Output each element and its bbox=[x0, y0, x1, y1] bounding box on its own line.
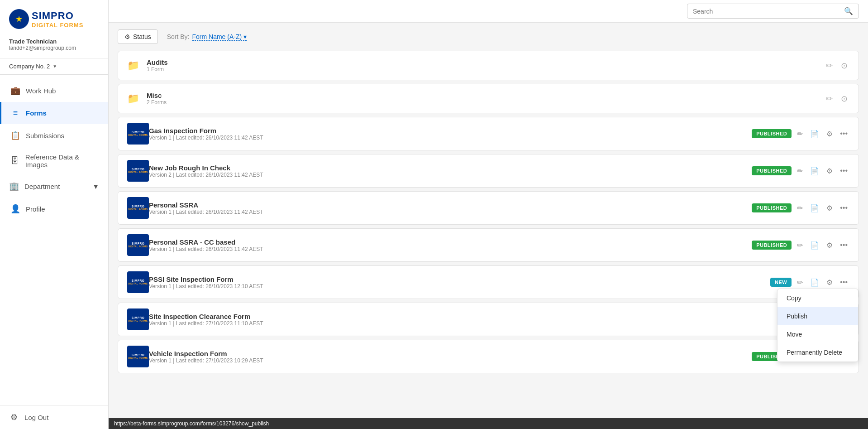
submissions-icon: 📋 bbox=[10, 130, 20, 140]
form-info: PSSI Site Inspection Form Version 1 | La… bbox=[149, 275, 770, 289]
more-options-button[interactable]: ••• bbox=[838, 276, 849, 288]
form-logo: SIMPRO DIGITAL FORMS bbox=[127, 160, 149, 182]
form-row-site-inspection-clearance: SIMPRO DIGITAL FORMS Site Inspection Cle… bbox=[118, 303, 859, 336]
status-badge: PUBLISHED bbox=[752, 203, 792, 212]
more-options-button[interactable]: ••• bbox=[838, 165, 849, 177]
form-actions: PUBLISHED ✏ 📄 ⚙ ••• bbox=[752, 165, 849, 177]
folder-count: 1 Form bbox=[147, 66, 168, 72]
form-meta: Version 1 | Last edited: 26/10/2023 11:4… bbox=[149, 135, 752, 141]
preview-form-button[interactable]: 📄 bbox=[808, 276, 821, 289]
sidebar-item-submissions[interactable]: 📋 Submissions bbox=[0, 124, 108, 147]
settings-form-button[interactable]: ⚙ bbox=[825, 276, 835, 289]
dropdown-move[interactable]: Move bbox=[777, 325, 858, 343]
chevron-down-icon: ▼ bbox=[92, 183, 99, 190]
logo-simpro: SIMPRO bbox=[32, 10, 83, 22]
sidebar-item-label: Profile bbox=[26, 205, 45, 213]
sort-by-label: Sort By: bbox=[167, 33, 190, 40]
sidebar-item-forms[interactable]: ≡ Forms bbox=[0, 102, 108, 124]
edit-form-button[interactable]: ✏ bbox=[795, 165, 805, 177]
form-actions: PUBLISHED ✏ 📄 ⚙ ••• bbox=[752, 239, 849, 251]
dropdown-publish[interactable]: Publish bbox=[777, 307, 858, 325]
form-info: New Job Rough In Check Version 2 | Last … bbox=[149, 164, 752, 178]
edit-form-button[interactable]: ✏ bbox=[795, 128, 805, 140]
form-logo: SIMPRO DIGITAL FORMS bbox=[127, 271, 149, 293]
form-logo: SIMPRO DIGITAL FORMS bbox=[127, 346, 149, 367]
logo-text: SIMPRO DIGITAL FORMS bbox=[32, 10, 83, 29]
edit-form-button[interactable]: ✏ bbox=[795, 202, 805, 214]
folder-more-button[interactable]: ⊙ bbox=[839, 93, 849, 105]
sidebar-item-profile[interactable]: 👤 Profile bbox=[0, 198, 108, 220]
forms-icon: ≡ bbox=[10, 108, 20, 118]
form-name: Personal SSRA - CC based bbox=[149, 238, 752, 246]
edit-form-button[interactable]: ✏ bbox=[795, 276, 805, 289]
form-row-gas-inspection: SIMPRO DIGITAL FORMS Gas Inspection Form… bbox=[118, 117, 859, 150]
preview-form-button[interactable]: 📄 bbox=[808, 128, 821, 140]
dropdown-permanently-delete[interactable]: Permanently Delete bbox=[777, 343, 858, 362]
settings-form-button[interactable]: ⚙ bbox=[825, 202, 835, 214]
form-logo: SIMPRO DIGITAL FORMS bbox=[127, 123, 149, 145]
sidebar: SIMPRO DIGITAL FORMS Trade Technician la… bbox=[0, 0, 109, 429]
status-badge: NEW bbox=[770, 278, 792, 287]
dropdown-copy[interactable]: Copy bbox=[777, 289, 858, 307]
preview-form-button[interactable]: 📄 bbox=[808, 239, 821, 251]
work-hub-icon: 💼 bbox=[10, 86, 20, 96]
preview-form-button[interactable]: 📄 bbox=[808, 165, 821, 177]
form-name: New Job Rough In Check bbox=[149, 164, 752, 172]
status-badge: PUBLISHED bbox=[752, 129, 792, 138]
logout-label: Log Out bbox=[24, 414, 48, 421]
folder-count: 2 Forms bbox=[147, 99, 167, 106]
sidebar-item-label: Department bbox=[24, 183, 60, 190]
user-info: Trade Technician landd+2@simprogroup.com bbox=[0, 34, 108, 58]
settings-form-button[interactable]: ⚙ bbox=[825, 165, 835, 177]
form-info: Site Inspection Clearance Form Version 1… bbox=[149, 313, 795, 327]
form-info: Vehicle Inspection Form Version 1 | Last… bbox=[149, 350, 752, 364]
sidebar-item-label: Work Hub bbox=[26, 87, 56, 95]
more-options-button[interactable]: ••• bbox=[838, 202, 849, 214]
preview-form-button[interactable]: 📄 bbox=[808, 202, 821, 214]
folder-info: Misc 2 Forms bbox=[147, 92, 167, 106]
more-options-button[interactable]: ••• bbox=[838, 128, 849, 140]
folder-audits: 📁 Audits 1 Form ✏ ⊙ bbox=[118, 51, 859, 80]
folder-edit-button[interactable]: ✏ bbox=[824, 93, 835, 105]
status-filter-button[interactable]: ⚙ Status bbox=[118, 29, 158, 44]
folder-icon: 📁 bbox=[127, 93, 139, 105]
form-meta: Version 1 | Last edited: 26/10/2023 11:4… bbox=[149, 209, 752, 215]
settings-form-button[interactable]: ⚙ bbox=[825, 239, 835, 251]
logout-button[interactable]: ⚙ Log Out bbox=[9, 412, 99, 422]
sidebar-item-department[interactable]: 🏢 Department ▼ bbox=[0, 175, 108, 198]
sidebar-item-reference-data[interactable]: 🗄 Reference Data & Images bbox=[0, 147, 108, 175]
chevron-down-icon: ▼ bbox=[52, 64, 57, 69]
folder-more-button[interactable]: ⊙ bbox=[839, 60, 849, 72]
logo-digital-forms: DIGITAL FORMS bbox=[32, 22, 83, 29]
form-meta: Version 1 | Last edited: 26/10/2023 12:1… bbox=[149, 283, 770, 289]
more-options-button[interactable]: ••• bbox=[838, 239, 849, 251]
form-meta: Version 1 | Last edited: 27/10/2023 11:1… bbox=[149, 320, 795, 327]
form-actions: NEW ✏ 📄 ⚙ ••• bbox=[770, 276, 849, 289]
form-logo: SIMPRO DIGITAL FORMS bbox=[127, 308, 149, 330]
sort-value-text: Form Name (A-Z) bbox=[192, 33, 242, 40]
company-selector[interactable]: Company No. 2 ▼ bbox=[0, 58, 108, 75]
status-badge: PUBLISHED bbox=[752, 166, 792, 175]
status-filter-label: Status bbox=[133, 33, 151, 40]
top-bar: 🔍 bbox=[109, 0, 868, 23]
filter-icon: ⚙ bbox=[124, 33, 130, 40]
form-row-vehicle-inspection: SIMPRO DIGITAL FORMS Vehicle Inspection … bbox=[118, 340, 859, 373]
logo-area: SIMPRO DIGITAL FORMS bbox=[0, 0, 108, 34]
settings-form-button[interactable]: ⚙ bbox=[825, 128, 835, 140]
search-input[interactable] bbox=[693, 8, 840, 15]
sidebar-item-work-hub[interactable]: 💼 Work Hub bbox=[0, 79, 108, 102]
form-info: Gas Inspection Form Version 1 | Last edi… bbox=[149, 127, 752, 141]
form-logo: SIMPRO DIGITAL FORMS bbox=[127, 197, 149, 219]
sidebar-item-label: Reference Data & Images bbox=[25, 153, 99, 169]
sort-value-selector[interactable]: Form Name (A-Z) ▾ bbox=[192, 33, 247, 41]
form-logo: SIMPRO DIGITAL FORMS bbox=[127, 234, 149, 256]
search-icon: 🔍 bbox=[844, 7, 853, 15]
search-box[interactable]: 🔍 bbox=[687, 4, 859, 19]
sidebar-item-label: Submissions bbox=[26, 132, 64, 140]
edit-form-button[interactable]: ✏ bbox=[795, 239, 805, 251]
status-bar: https://beta-forms.simprogroup.com/forms… bbox=[109, 418, 868, 429]
folder-name: Misc bbox=[147, 92, 167, 99]
form-info: Personal SSRA - CC based Version 1 | Las… bbox=[149, 238, 752, 252]
logo-icon bbox=[9, 9, 29, 29]
folder-edit-button[interactable]: ✏ bbox=[824, 60, 835, 72]
